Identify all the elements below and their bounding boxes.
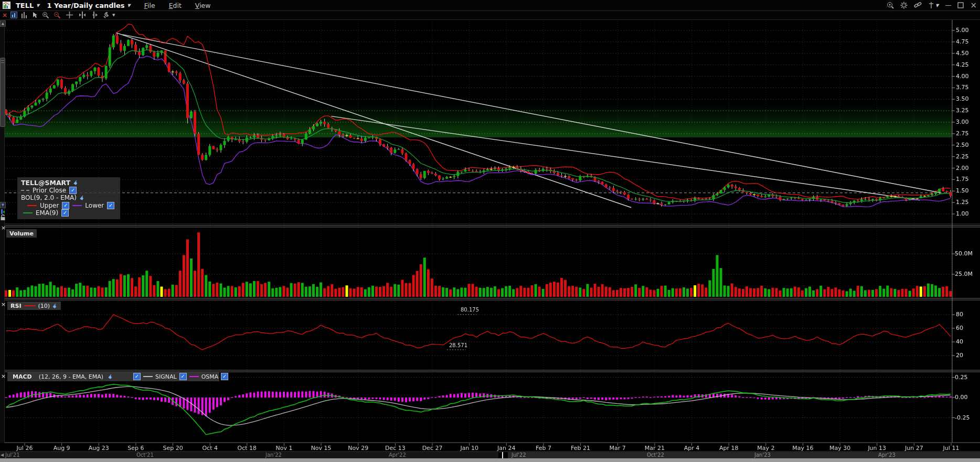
ema-checkbox[interactable]: ✓ (61, 209, 69, 217)
x-axis-label: Nov 15 (311, 445, 332, 452)
close-macd-panel-button[interactable]: × (0, 373, 7, 380)
menu-view[interactable]: View (195, 2, 211, 9)
macd-label: MACD (10, 373, 34, 381)
macd-params-label: (12, 26, 9 - EMA, EMA) (37, 373, 105, 381)
x-axis-label: Feb 7 (536, 445, 551, 452)
x-axis-label: Sep 6 (127, 445, 144, 452)
x-axis-label: Aug 9 (54, 445, 70, 452)
price-tick-label: 1.75 (956, 176, 969, 182)
ema-line-sample (23, 212, 33, 213)
range-selected-region[interactable] (508, 452, 980, 458)
timeline-label: Jan'22 (265, 452, 282, 458)
rsi-tick-label: 80 (956, 311, 963, 318)
chart-type-icon[interactable] (21, 12, 29, 19)
pin-window-icon[interactable]: ▼ (928, 2, 939, 9)
macd-line-checkbox[interactable]: ✓ (133, 373, 141, 380)
decrease-bar-width-icon[interactable] (79, 12, 87, 19)
rsi-line-sample (24, 305, 36, 306)
time-range-scrollbar[interactable]: ◀ Jul'21Oct'21Jan'22Apr'22Jul'22Oct'22Ja… (0, 452, 980, 458)
scrollbar-thumb[interactable] (0, 58, 5, 127)
x-axis-label: Apr 18 (719, 445, 739, 452)
timeline-label: Jan'23 (754, 452, 771, 458)
osma-checkbox[interactable]: ✓ (221, 373, 228, 380)
lower-band-line-sample (72, 205, 82, 206)
macd-tick-label: -0.25 (955, 414, 970, 421)
macd-tick-label: 0.00 (955, 394, 968, 401)
volume-tick-label: 50.0M (955, 250, 973, 257)
chart-search-icon[interactable] (887, 2, 894, 9)
x-axis-label: Jul 11 (943, 445, 960, 452)
settings-gear-icon[interactable] (900, 2, 908, 9)
tools-dropdown-icon[interactable]: ▼ (112, 12, 120, 19)
chart-link-tool-icon[interactable] (0, 209, 6, 214)
timeline-label: Apr'23 (878, 452, 896, 458)
timeline-label: Apr'22 (389, 452, 406, 458)
range-divider-handle[interactable] (502, 452, 503, 458)
price-tick-label: 1.00 (956, 210, 969, 217)
price-tick-label: 4.00 (956, 73, 969, 80)
x-axis-label: Apr 4 (684, 445, 700, 452)
x-axis-label: Sep 20 (163, 445, 183, 452)
x-axis-label: Feb 21 (571, 445, 590, 452)
drag-hand-icon[interactable]: ☛ (72, 178, 80, 187)
drag-hand-icon[interactable]: ☛ (51, 302, 59, 310)
remove-chart-icon[interactable]: × (2, 12, 10, 19)
lock-icon[interactable] (0, 214, 6, 221)
crosshair-icon[interactable] (66, 12, 74, 19)
x-axis-label: Dec 27 (422, 445, 443, 452)
timeframe-selector[interactable]: 1 Year/Daily candles ▼ (47, 2, 130, 9)
legend: TELL@SMART☛ Prior Close✓ BOL(9, 2.0 - EM… (17, 177, 120, 219)
close-button[interactable]: × (970, 0, 977, 10)
settings-wrench-icon[interactable] (102, 12, 110, 19)
symbol-selector[interactable]: TELL ▼ (10, 2, 39, 9)
drag-hand-icon[interactable]: ☛ (106, 372, 115, 381)
signal-checkbox[interactable]: ✓ (179, 373, 187, 380)
menu-edit[interactable]: Edit (169, 2, 182, 9)
title-toolbar: TELL ▼ 1 Year/Daily candles ▼ File Edit … (0, 0, 980, 11)
zoom-in-icon[interactable] (42, 12, 50, 19)
chart-toolbar: × ▼ (0, 11, 980, 20)
scroll-up-button[interactable]: ▲ (0, 20, 6, 27)
rsi-tick-label: 20 (956, 352, 963, 359)
scroll-down-button[interactable]: ▼ (0, 202, 6, 208)
link-charts-icon[interactable] (914, 2, 922, 9)
timeframe-label: 1 Year/Daily candles (47, 2, 124, 9)
menu-file[interactable]: File (144, 2, 155, 9)
chart-canvas[interactable] (0, 0, 980, 462)
zoom-out-icon[interactable] (54, 12, 61, 19)
rsi-param-label: (10) (38, 303, 50, 309)
rsi-min-value-label: 28.571 (449, 342, 467, 348)
volume-panel-header: Volume (6, 229, 37, 238)
x-axis-label: May 2 (757, 445, 774, 452)
x-axis-label: May 30 (829, 445, 850, 452)
range-divider-gap (498, 452, 508, 458)
prior-close-checkbox[interactable]: ✓ (69, 187, 77, 194)
osma-line-sample (189, 376, 199, 377)
increase-bar-width-icon[interactable] (90, 12, 98, 19)
drag-hand-icon[interactable]: ☛ (78, 194, 87, 202)
price-tick-label: 1.25 (956, 199, 969, 206)
x-axis-label: Jan 24 (497, 445, 515, 452)
price-tick-label: 1.50 (956, 187, 969, 194)
lower-band-checkbox[interactable]: ✓ (107, 202, 114, 209)
timeline-label: Oct'22 (647, 452, 664, 458)
minimize-button[interactable]: — (945, 0, 951, 10)
rsi-tick-label: 40 (956, 338, 963, 345)
osma-label: OSMA (201, 373, 219, 380)
close-volume-panel-button[interactable]: × (0, 224, 7, 231)
close-rsi-panel-button[interactable]: × (0, 301, 7, 308)
x-axis-label: Mar 7 (610, 445, 626, 452)
price-tick-label: 2.75 (956, 130, 969, 137)
upper-band-checkbox[interactable]: ✓ (62, 202, 69, 209)
pointer-tool-icon[interactable] (31, 12, 39, 19)
maximize-button[interactable] (957, 2, 964, 8)
timeline-label: Jul'21 (5, 452, 20, 458)
timeline-left-arrow-icon[interactable]: ◀ (1, 452, 4, 458)
new-chart-icon[interactable] (10, 12, 18, 19)
rsi-max-value-label: 80.175 (461, 307, 479, 313)
prior-close-label: Prior Close (33, 187, 66, 194)
price-tick-label: 2.25 (956, 153, 969, 160)
bottom-scrollbar-track[interactable] (0, 458, 980, 462)
x-axis-label: Aug 23 (89, 445, 109, 452)
price-tick-label: 4.25 (956, 61, 969, 68)
